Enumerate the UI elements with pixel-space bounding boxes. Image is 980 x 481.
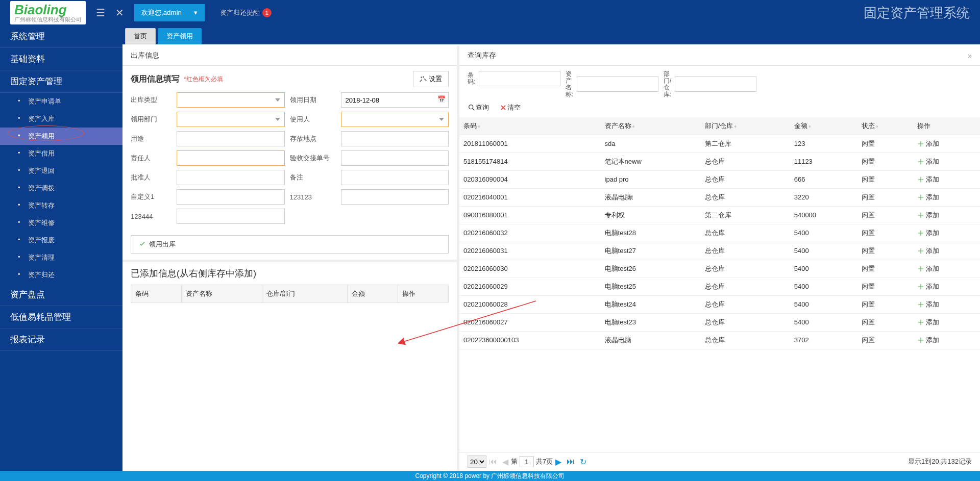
inv-col-header[interactable]: 资产名称♦ xyxy=(601,117,701,135)
sidebar-item[interactable]: 资产转存 xyxy=(0,197,122,214)
resp-input[interactable] xyxy=(177,150,285,166)
add-button[interactable]: 添加 xyxy=(917,193,976,202)
sidebar-group[interactable]: 资产盘点 xyxy=(0,284,122,306)
last-page-icon[interactable]: ⏭ xyxy=(567,457,575,466)
table-cell: 闲置 xyxy=(857,295,913,313)
table-cell: 020216060029 xyxy=(459,277,601,295)
add-button[interactable]: 添加 xyxy=(917,300,976,309)
sidebar-item[interactable]: 资产归还 xyxy=(0,266,122,284)
sidebar-group[interactable]: 基础资料 xyxy=(0,48,122,70)
sidebar-item[interactable]: 资产清理 xyxy=(0,249,122,266)
search-label: 查询 xyxy=(476,103,489,112)
add-button[interactable]: 添加 xyxy=(917,175,976,184)
prev-page-icon[interactable]: ◀ xyxy=(502,457,508,467)
table-cell-action: 添加 xyxy=(913,242,980,260)
custom3-input[interactable] xyxy=(177,209,285,224)
left-panel-title: 出库信息 xyxy=(131,51,159,60)
custom1-input[interactable] xyxy=(177,189,285,205)
inv-col-header[interactable]: 操作 xyxy=(913,117,980,135)
remark-input[interactable] xyxy=(341,170,449,185)
sidebar-group[interactable]: 低值易耗品管理 xyxy=(0,306,122,328)
page-input[interactable] xyxy=(520,456,534,467)
reminder[interactable]: 资产归还提醒 1 xyxy=(220,8,272,17)
table-cell-action: 添加 xyxy=(913,170,980,188)
table-cell: 闲置 xyxy=(857,170,913,188)
plus-icon xyxy=(917,194,924,201)
table-cell: 笔记本neww xyxy=(601,153,701,170)
table-row: 090016080001专利权第二仓库540000闲置添加 xyxy=(459,206,980,224)
dept-input[interactable] xyxy=(675,77,756,92)
sidebar-item[interactable]: 资产入库 xyxy=(0,110,122,128)
add-button[interactable]: 添加 xyxy=(917,336,976,345)
inv-col-header[interactable]: 部门/仓库♦ xyxy=(701,117,790,135)
clear-button[interactable]: 清空 xyxy=(499,103,521,112)
table-cell: 第二仓库 xyxy=(701,135,790,153)
tab-home[interactable]: 首页 xyxy=(125,28,156,44)
add-button[interactable]: 添加 xyxy=(917,282,976,291)
use-input[interactable] xyxy=(177,131,285,146)
add-button[interactable]: 添加 xyxy=(917,157,976,166)
receipt-input[interactable] xyxy=(341,150,449,166)
sidebar-group[interactable]: 固定资产管理 xyxy=(0,70,122,93)
dept-select[interactable] xyxy=(177,112,285,127)
barcode-input[interactable] xyxy=(479,71,560,86)
custom2-input[interactable] xyxy=(341,189,449,205)
table-cell: 总仓库 xyxy=(701,313,790,331)
sidebar-item[interactable]: 资产调拨 xyxy=(0,180,122,197)
top-bar: Biaoling 广州标领信息科技有限公司 ☰ ✕ 欢迎您,admin ▾ 资产… xyxy=(0,0,980,26)
added-col-header: 金额 xyxy=(348,285,398,303)
add-button[interactable]: 添加 xyxy=(917,264,976,273)
add-button[interactable]: 添加 xyxy=(917,139,976,148)
hamburger-icon[interactable]: ☰ xyxy=(96,7,105,19)
table-cell: 5400 xyxy=(790,295,857,313)
sidebar-item[interactable]: 资产报废 xyxy=(0,232,122,249)
sidebar-group[interactable]: 系统管理 xyxy=(0,26,122,48)
table-cell: 11123 xyxy=(790,153,857,170)
sidebar-item[interactable]: 资产退回 xyxy=(0,162,122,180)
table-cell: 总仓库 xyxy=(701,260,790,277)
submit-label: 领用出库 xyxy=(149,240,176,249)
sidebar-group[interactable]: 报表记录 xyxy=(0,328,122,351)
sidebar-item[interactable]: 资产维修 xyxy=(0,214,122,232)
table-cell: 闲置 xyxy=(857,206,913,224)
date-input[interactable] xyxy=(341,92,449,108)
add-button[interactable]: 添加 xyxy=(917,246,976,256)
refresh-icon[interactable]: ↻ xyxy=(580,457,586,467)
table-cell: 液晶电脑 xyxy=(601,331,701,349)
name-input[interactable] xyxy=(577,77,658,92)
label-type: 出库类型 xyxy=(131,95,172,105)
form-title: 领用信息填写 xyxy=(131,74,180,85)
approver-input[interactable] xyxy=(177,170,285,185)
search-button[interactable]: 查询 xyxy=(468,103,489,112)
table-cell: 总仓库 xyxy=(701,295,790,313)
inv-col-header[interactable]: 条码♦ xyxy=(459,117,601,135)
tab-asset-use[interactable]: 资产领用 xyxy=(158,28,202,44)
loc-input[interactable] xyxy=(341,131,449,146)
logo-main: Biaoling xyxy=(14,2,67,17)
table-cell-action: 添加 xyxy=(913,224,980,242)
add-button[interactable]: 添加 xyxy=(917,229,976,238)
inv-col-header[interactable]: 状态♦ xyxy=(857,117,913,135)
table-cell: 123 xyxy=(790,135,857,153)
inventory-table: 条码♦资产名称♦部门/仓库♦金额♦状态♦操作 201811060001sda第二… xyxy=(459,117,980,349)
settings-button[interactable]: 设置 xyxy=(413,71,449,87)
label-barcode: 条码: xyxy=(468,72,477,85)
system-title: 固定资产管理系统 xyxy=(864,4,970,22)
add-button[interactable]: 添加 xyxy=(917,318,976,327)
expand-icon[interactable]: » xyxy=(968,52,972,60)
sidebar-item[interactable]: 资产借用 xyxy=(0,145,122,162)
add-button[interactable]: 添加 xyxy=(917,211,976,220)
submit-button[interactable]: 领用出库 xyxy=(131,235,449,254)
welcome-dropdown[interactable]: 欢迎您,admin ▾ xyxy=(134,4,205,21)
user-select[interactable] xyxy=(341,112,449,127)
table-cell-action: 添加 xyxy=(913,277,980,295)
close-icon[interactable]: ✕ xyxy=(115,7,124,19)
next-page-icon[interactable]: ▶ xyxy=(555,457,561,467)
sidebar-item[interactable]: 资产申请单 xyxy=(0,93,122,110)
type-select[interactable] xyxy=(177,92,285,108)
first-page-icon[interactable]: ⏮ xyxy=(489,457,497,466)
table-row: 020216060031电脑test27总仓库5400闲置添加 xyxy=(459,242,980,260)
page-size-select[interactable]: 20 xyxy=(468,455,486,468)
sidebar-item[interactable]: 资产领用 xyxy=(0,128,122,145)
inv-col-header[interactable]: 金额♦ xyxy=(790,117,857,135)
